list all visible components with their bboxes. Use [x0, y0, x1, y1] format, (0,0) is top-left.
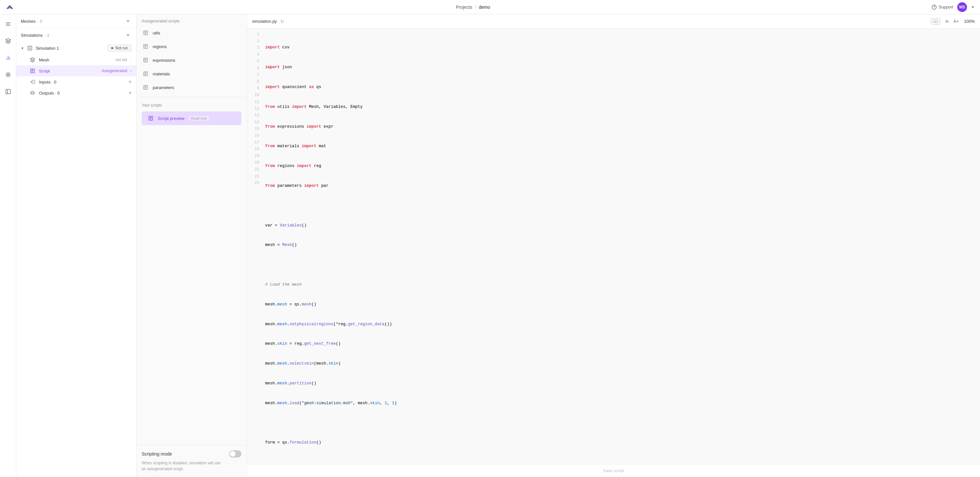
project-name: demo [479, 5, 490, 10]
filename-label: simulation.py [252, 19, 277, 24]
line-num-18: 18 [247, 146, 262, 153]
add-mesh-button[interactable]: + [124, 17, 132, 25]
parameters-label: parameters [153, 85, 174, 90]
script-meta: Autogenerated [102, 68, 127, 73]
script-sub-item[interactable]: Script Autogenerated › [16, 65, 136, 76]
chart-icon[interactable] [2, 52, 14, 64]
add-input-button[interactable]: + [129, 79, 132, 84]
script-preview-item[interactable]: Script preview Read only [142, 111, 242, 125]
add-simulation-button[interactable]: + [124, 32, 132, 39]
line-num-17: 17 [247, 139, 262, 146]
script-preview-label: Script preview [158, 116, 185, 121]
svg-rect-10 [6, 89, 10, 94]
menu-icon[interactable] [2, 18, 14, 30]
run-simulation-button[interactable]: Not run [107, 45, 132, 52]
code-line-17: mesh.mesh.selectskin(mesh.skin) [265, 360, 980, 367]
scripting-mode-toggle[interactable] [229, 450, 242, 458]
code-line-8: from parameters import par [265, 183, 980, 189]
code-line-16: mesh.skin = reg.get_next_free() [265, 340, 980, 347]
simulation-1-item: ▼ Simulation 1 Not run [16, 42, 136, 99]
line-num-4: 4 [247, 51, 262, 58]
circle-icon[interactable] [2, 69, 14, 81]
meshes-count: · 0 [38, 19, 42, 24]
font-decrease-button[interactable]: A- [944, 18, 951, 24]
line-num-3: 3 [247, 45, 262, 52]
app-logo[interactable] [5, 3, 14, 12]
icon-bar [0, 14, 16, 477]
line-num-14: 14 [247, 119, 262, 126]
topbar: Projects / demo Support MS [0, 0, 980, 14]
regions-script-item[interactable]: regions [137, 40, 247, 53]
code-line-11: mesh = Mesh() [265, 242, 980, 248]
regions-label: regions [153, 44, 167, 49]
projects-link[interactable]: Projects [456, 5, 473, 10]
sim-caret-icon[interactable]: ▼ [21, 46, 24, 50]
line-num-8: 8 [247, 79, 262, 86]
script-icon [29, 68, 36, 74]
line-num-23: 23 [247, 180, 262, 187]
svg-marker-15 [111, 47, 114, 49]
expressions-icon [142, 56, 150, 64]
parameters-script-item[interactable]: parameters [137, 81, 247, 94]
simulations-title-group: Simulations · 1 [21, 33, 49, 38]
breadcrumb: Projects / demo [456, 5, 490, 10]
code-line-6: from materials import mat [265, 143, 980, 150]
chevron-down-icon [971, 5, 975, 9]
script-preview-icon [147, 114, 155, 122]
materials-script-item[interactable]: materials [137, 67, 247, 81]
sidebar-icon[interactable] [2, 86, 14, 97]
scripting-mode-row: Scripting mode [142, 450, 242, 458]
inputs-row: Inputs · 0 + [16, 76, 136, 87]
mesh-label: Mesh [39, 57, 112, 62]
support-button[interactable]: Support [932, 5, 953, 10]
utils-script-item[interactable]: utils [137, 26, 247, 40]
code-controls: A- A+ 100% [931, 18, 975, 25]
mesh-arrow-icon: › [130, 58, 132, 62]
expressions-label: expressions [153, 58, 175, 63]
meshes-title-group: Meshes · 0 [21, 19, 42, 24]
simulations-header: Simulations · 1 + [16, 28, 136, 42]
line-num-22: 22 [247, 173, 262, 180]
code-line-12 [265, 262, 980, 269]
svg-rect-20 [32, 80, 35, 84]
code-footer: Save script [247, 464, 980, 477]
outputs-row: Outputs · 0 + [16, 87, 136, 99]
line-num-1: 1 [247, 31, 262, 38]
simulation-1-row: ▼ Simulation 1 Not run [16, 42, 136, 54]
zoom-level: 100% [964, 19, 975, 24]
materials-label: materials [153, 72, 170, 76]
line-num-5: 5 [247, 58, 262, 65]
materials-icon [142, 70, 150, 78]
utils-label: utils [153, 30, 160, 35]
main-layout: Meshes · 0 + Simulations · 1 + ▼ [0, 14, 980, 477]
font-increase-button[interactable]: A+ [952, 18, 960, 24]
support-label: Support [939, 5, 953, 10]
code-panel: simulation.py ↻ A- A+ 100% 1 2 3 4 [247, 14, 980, 477]
svg-rect-47 [933, 20, 938, 23]
script-preview-badge: Read only [189, 116, 209, 121]
simulation-sub-items: Mesh not set › Script Autogenerated › [16, 54, 136, 99]
line-num-20: 20 [247, 159, 262, 166]
add-output-button[interactable]: + [129, 90, 132, 95]
mesh-icon [29, 57, 36, 63]
code-line-15: mesh.mesh.setphysicalregions(*reg.get_re… [265, 321, 980, 328]
code-line-7: from regions import reg [265, 163, 980, 170]
save-script-button[interactable]: Save script [603, 468, 624, 473]
code-line-5: from expressions import expr [265, 123, 980, 130]
outputs-label: Outputs · 0 [39, 91, 126, 95]
keyboard-icon[interactable] [931, 18, 940, 25]
mesh-meta: not set [115, 57, 127, 62]
avatar[interactable]: MS [957, 2, 967, 12]
code-line-13: # Load the mesh [265, 281, 980, 288]
code-line-1: import csv [265, 44, 980, 51]
cube-icon[interactable] [2, 35, 14, 47]
code-line-2: import json [265, 64, 980, 71]
outputs-icon [29, 90, 36, 96]
code-line-3: import quanscient as qs [265, 84, 980, 91]
mesh-sub-item[interactable]: Mesh not set › [16, 54, 136, 65]
font-size-controls: A- A+ [944, 18, 960, 24]
code-editor[interactable]: 1 2 3 4 5 6 7 8 9 10 11 12 13 14 15 16 1… [247, 29, 980, 464]
parameters-icon [142, 84, 150, 91]
expressions-script-item[interactable]: expressions [137, 53, 247, 67]
refresh-icon[interactable]: ↻ [280, 19, 285, 24]
